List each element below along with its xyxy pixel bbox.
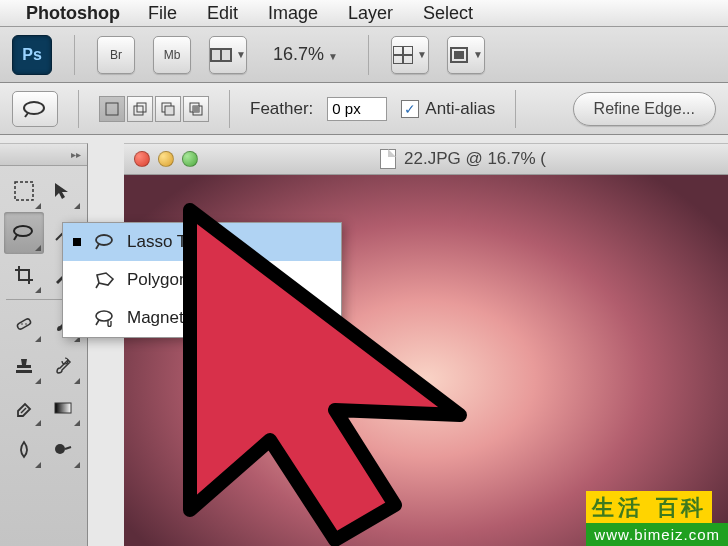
svg-point-24 xyxy=(25,323,27,325)
svg-point-27 xyxy=(96,235,112,245)
document-titlebar: 22.JPG @ 16.7% ( xyxy=(124,143,728,175)
rect-add-icon xyxy=(133,102,147,116)
options-bar: Feather: ✓ Anti-alias Refine Edge... xyxy=(0,83,728,135)
selection-new-button[interactable] xyxy=(99,96,125,122)
app-toolbar: Ps Br Mb ▼ 16.7%▼ ▼ ▼ xyxy=(0,27,728,83)
close-window-button[interactable] xyxy=(134,151,150,167)
gradient-tool[interactable] xyxy=(44,387,84,429)
flyout-indicator-icon xyxy=(74,420,80,426)
selected-indicator-icon xyxy=(73,238,81,246)
svg-rect-22 xyxy=(16,318,31,330)
history-brush-tool[interactable] xyxy=(44,345,84,387)
marquee-icon xyxy=(13,180,35,202)
menu-layer[interactable]: Layer xyxy=(334,3,407,24)
healing-brush-tool[interactable] xyxy=(4,303,44,345)
chevron-down-icon: ▼ xyxy=(473,49,483,60)
mini-bridge-button[interactable]: Mb xyxy=(153,36,191,74)
minimize-window-button[interactable] xyxy=(158,151,174,167)
svg-rect-13 xyxy=(165,106,174,115)
current-tool-preset[interactable] xyxy=(12,91,58,127)
large-cursor-annotation-icon xyxy=(150,190,570,546)
menu-image[interactable]: Image xyxy=(254,3,332,24)
document-title-text: 22.JPG @ 16.7% ( xyxy=(404,149,546,169)
flyout-indicator-icon xyxy=(74,378,80,384)
svg-point-8 xyxy=(24,102,44,114)
eraser-tool[interactable] xyxy=(4,387,44,429)
mac-menubar: Photoshop File Edit Image Layer Select xyxy=(0,0,728,27)
svg-rect-11 xyxy=(137,103,146,112)
bridge-button[interactable]: Br xyxy=(97,36,135,74)
watermark-text-en: 百科 xyxy=(650,491,712,523)
blur-tool[interactable] xyxy=(4,429,44,471)
flyout-indicator-icon xyxy=(35,245,41,251)
selection-subtract-button[interactable] xyxy=(155,96,181,122)
chevron-down-icon: ▼ xyxy=(328,51,338,62)
anti-alias-checkbox[interactable]: ✓ Anti-alias xyxy=(401,99,495,119)
clone-stamp-tool[interactable] xyxy=(4,345,44,387)
svg-rect-9 xyxy=(106,103,118,115)
chevron-down-icon: ▼ xyxy=(236,49,246,60)
view-extras-button[interactable]: ▼ xyxy=(209,36,247,74)
zoom-value: 16.7% xyxy=(273,44,324,64)
bandage-icon xyxy=(13,313,35,335)
options-divider xyxy=(229,90,230,128)
screen-icon xyxy=(449,46,469,64)
watermark-top: 生活 百科 xyxy=(586,491,728,523)
polygonal-lasso-icon xyxy=(93,271,117,289)
refine-edge-button[interactable]: Refine Edge... xyxy=(573,92,716,126)
toolbar-divider xyxy=(74,35,75,75)
watermark-url: www.bimeiz.com xyxy=(586,523,728,546)
dodge-tool[interactable] xyxy=(44,429,84,471)
flyout-indicator-icon xyxy=(35,378,41,384)
menu-select[interactable]: Select xyxy=(409,3,487,24)
menu-file[interactable]: File xyxy=(134,3,191,24)
selection-intersect-button[interactable] xyxy=(183,96,209,122)
flyout-indicator-icon xyxy=(74,462,80,468)
move-icon xyxy=(52,180,74,202)
svg-rect-25 xyxy=(55,403,71,413)
eraser-icon xyxy=(13,397,35,419)
filmstrip-icon xyxy=(210,46,232,64)
arrange-documents-button[interactable]: ▼ xyxy=(391,36,429,74)
flyout-indicator-icon xyxy=(35,203,41,209)
svg-rect-2 xyxy=(222,50,230,60)
zoom-level[interactable]: 16.7%▼ xyxy=(265,44,346,65)
svg-point-26 xyxy=(55,444,65,454)
options-divider xyxy=(78,90,79,128)
feather-label: Feather: xyxy=(250,99,313,119)
lasso-tool[interactable] xyxy=(4,212,44,254)
rect-icon xyxy=(105,102,119,116)
crop-tool[interactable] xyxy=(4,254,44,296)
checkbox-icon: ✓ xyxy=(401,100,419,118)
gradient-icon xyxy=(52,397,74,419)
anti-alias-label: Anti-alias xyxy=(425,99,495,119)
flyout-indicator-icon xyxy=(35,287,41,293)
tools-panel-header[interactable]: ▸▸ xyxy=(0,144,87,166)
document-title: 22.JPG @ 16.7% ( xyxy=(380,149,546,169)
blur-icon xyxy=(13,439,35,461)
selection-add-button[interactable] xyxy=(127,96,153,122)
photoshop-badge-icon[interactable]: Ps xyxy=(12,35,52,75)
lasso-icon xyxy=(22,99,48,119)
collapse-icon: ▸▸ xyxy=(71,149,81,160)
svg-point-28 xyxy=(96,311,112,321)
screen-mode-button[interactable]: ▼ xyxy=(447,36,485,74)
feather-input[interactable] xyxy=(327,97,387,121)
svg-rect-16 xyxy=(193,106,199,112)
svg-rect-10 xyxy=(134,106,143,115)
menu-edit[interactable]: Edit xyxy=(193,3,252,24)
lasso-icon xyxy=(12,223,36,243)
flyout-indicator-icon xyxy=(74,203,80,209)
rect-sub-icon xyxy=(161,102,175,116)
move-tool[interactable] xyxy=(44,170,84,212)
svg-point-23 xyxy=(21,323,23,325)
history-brush-icon xyxy=(52,355,74,377)
svg-point-18 xyxy=(14,226,32,236)
zoom-window-button[interactable] xyxy=(182,151,198,167)
toolbar-divider xyxy=(368,35,369,75)
chevron-down-icon: ▼ xyxy=(417,49,427,60)
marquee-tool[interactable] xyxy=(4,170,44,212)
selection-mode-group xyxy=(99,96,209,122)
app-menu[interactable]: Photoshop xyxy=(26,3,120,24)
watermark: 生活 百科 www.bimeiz.com xyxy=(586,491,728,546)
